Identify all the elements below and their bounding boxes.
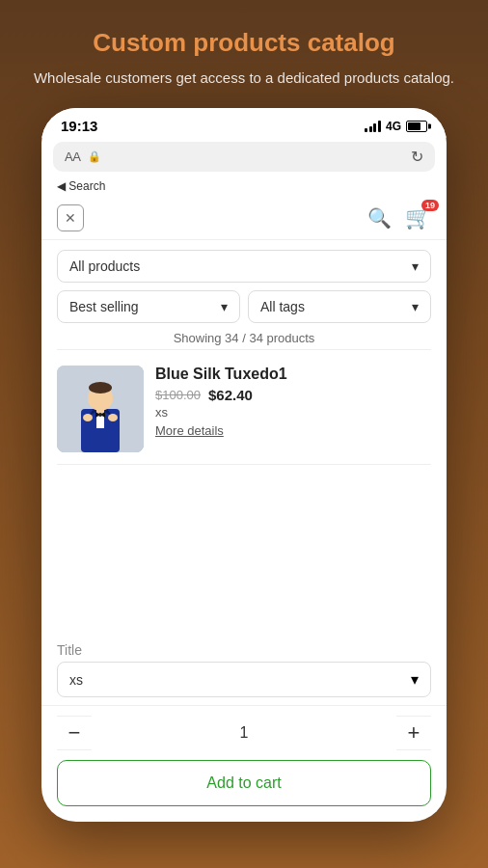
chevron-down-icon: ▾ [412,258,419,274]
filter-section: All products ▾ Best selling ▾ All tags ▾… [41,240,447,354]
add-to-cart-button[interactable]: Add to cart [57,760,431,806]
minus-icon: − [68,720,81,746]
svg-point-12 [108,414,118,421]
showing-text: Showing 34 / 34 products [57,323,431,350]
quantity-minus-button[interactable]: − [57,716,92,750]
signal-bar-2 [369,126,372,132]
close-button[interactable]: ✕ [57,204,84,231]
all-products-filter[interactable]: All products ▾ [57,250,431,283]
product-image-placeholder [57,366,144,452]
battery-fill [408,122,420,130]
app-toolbar: ✕ 🔍 🛒 19 [41,199,447,240]
phone-frame: 19:13 4G AA 🔒 ↻ ◀ Search ✕ 🔍 � [41,108,447,822]
variant-label: Title [57,642,431,658]
svg-point-10 [98,413,102,417]
more-details-link[interactable]: More details [155,423,431,438]
back-label: ◀ Search [57,179,105,193]
filter-row-2: Best selling ▾ All tags ▾ [57,290,431,323]
header-title-plain: Custom products [93,28,307,57]
quantity-value: 1 [240,724,249,742]
quantity-plus-button[interactable]: + [396,716,431,750]
all-tags-label: All tags [260,299,305,314]
all-products-label: All products [69,258,140,274]
product-image [57,366,144,452]
toolbar-right: 🔍 🛒 19 [367,205,431,231]
signal-bars [365,121,381,132]
price-original: $100.00 [155,388,201,402]
battery-icon [406,121,427,132]
price-sale: $62.40 [208,387,253,403]
browser-aa: AA [65,149,80,164]
plus-icon: + [408,720,420,746]
chevron-down-icon-3: ▾ [412,299,419,314]
best-selling-label: Best selling [69,299,139,314]
product-list: Blue Silk Tuxedo1 $100.00 $62.40 xs More… [41,354,447,633]
svg-point-6 [89,382,112,393]
product-svg [57,366,144,452]
header-section: Custom products catalog Wholesale custom… [5,0,483,108]
browser-bar[interactable]: AA 🔒 ↻ [53,142,435,172]
svg-point-11 [83,414,93,421]
browser-lock-icon: 🔒 [88,150,101,163]
variant-select[interactable]: xs ▾ [57,662,431,697]
variant-value: xs [69,672,83,688]
chevron-down-icon-2: ▾ [221,299,228,314]
add-to-cart-section: Add to cart [41,750,447,822]
close-icon: ✕ [65,210,76,226]
status-bar: 19:13 4G [41,108,447,138]
chevron-down-icon-4: ▾ [411,670,419,689]
product-name: Blue Silk Tuxedo1 [155,366,431,383]
best-selling-filter[interactable]: Best selling ▾ [57,290,240,323]
header-subtitle: Wholesale customers get access to a dedi… [34,68,454,90]
status-icons: 4G [365,120,427,133]
signal-bar-3 [373,123,376,132]
product-info: Blue Silk Tuxedo1 $100.00 $62.40 xs More… [155,366,431,452]
header-title-accent: catalog [308,28,395,57]
variant-section: Title xs ▾ [41,633,447,697]
status-time: 19:13 [61,118,97,134]
network-label: 4G [386,120,401,133]
table-row: Blue Silk Tuxedo1 $100.00 $62.40 xs More… [57,366,431,465]
cart-badge: 19 [421,200,439,211]
search-icon[interactable]: 🔍 [367,206,392,230]
quantity-section: − 1 + [41,705,447,750]
signal-bar-1 [365,128,367,132]
product-price-row: $100.00 $62.40 [155,387,431,403]
all-tags-filter[interactable]: All tags ▾ [248,290,431,323]
cart-icon[interactable]: 🛒 19 [405,205,431,231]
signal-bar-4 [378,121,381,132]
browser-back[interactable]: ◀ Search [41,177,447,199]
product-size: xs [155,405,431,420]
browser-reload-icon[interactable]: ↻ [411,148,423,166]
header-title: Custom products catalog [34,27,454,60]
